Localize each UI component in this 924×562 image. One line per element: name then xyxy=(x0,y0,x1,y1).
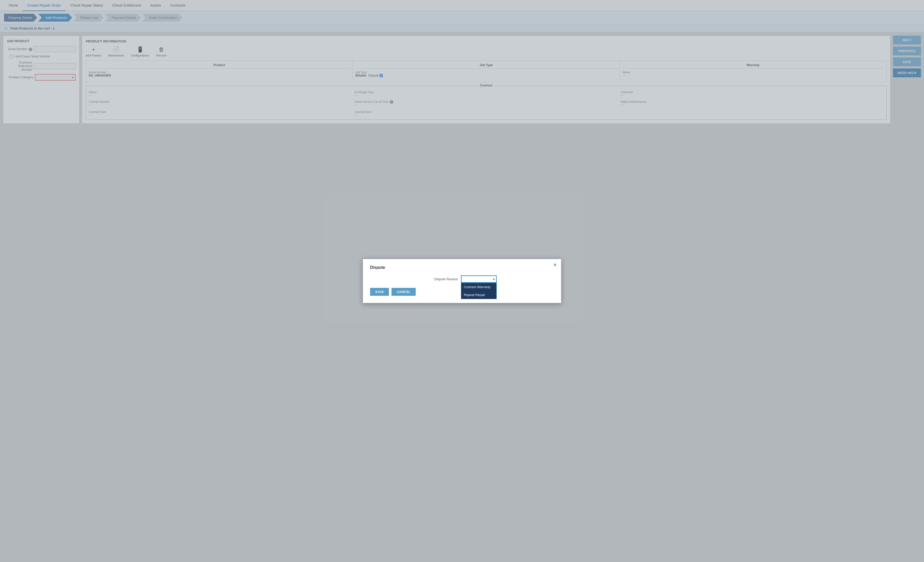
dialog-overlay: ✕ Dispute Dispute Reason Contract Warran… xyxy=(0,0,924,127)
